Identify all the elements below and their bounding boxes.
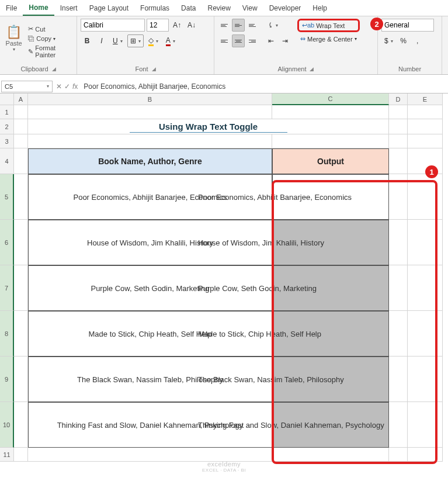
cell-D2[interactable] xyxy=(389,119,408,134)
cell-E7[interactable] xyxy=(408,265,443,311)
accounting-format-button[interactable]: $▾ xyxy=(381,34,396,47)
cell-C11[interactable] xyxy=(272,448,389,462)
formula-bar-input[interactable] xyxy=(81,81,448,92)
cell-A5[interactable] xyxy=(14,174,28,220)
row-header-3[interactable]: 3 xyxy=(0,134,14,148)
font-color-button[interactable]: A▾ xyxy=(163,34,178,47)
underline-button[interactable]: U▾ xyxy=(110,34,126,47)
cell-B6[interactable]: House of Wisdom, Jim Khalili, History xyxy=(28,220,272,265)
cell-A1[interactable] xyxy=(14,105,28,119)
increase-font-button[interactable]: A↑ xyxy=(171,19,183,32)
tab-page-layout[interactable]: Page Layout xyxy=(84,1,134,15)
name-box[interactable]: C5 ▾ xyxy=(1,81,53,92)
cell-E9[interactable] xyxy=(408,357,443,402)
row-header-11[interactable]: 11 xyxy=(0,448,14,462)
percent-button[interactable]: % xyxy=(397,34,410,47)
font-name-select[interactable] xyxy=(81,19,145,32)
cancel-formula-button[interactable]: ✕ xyxy=(56,82,62,91)
row-header-9[interactable]: 9 xyxy=(0,357,14,402)
cell-D5[interactable] xyxy=(389,174,408,220)
cell-E2[interactable] xyxy=(408,119,443,134)
cell-A3[interactable] xyxy=(14,134,28,148)
cell-C5[interactable]: Poor Economics, Abhijit Banarjee, Econom… xyxy=(272,174,389,220)
cell-B8[interactable]: Made to Stick, Chip Heath, Self Help xyxy=(28,311,272,357)
tab-data[interactable]: Data xyxy=(175,1,202,15)
comma-button[interactable]: , xyxy=(411,34,424,47)
cell-A4[interactable] xyxy=(14,148,28,174)
tab-insert[interactable]: Insert xyxy=(54,1,84,15)
cell-A11[interactable] xyxy=(14,448,28,462)
cell-B3[interactable] xyxy=(28,134,272,148)
row-header-5[interactable]: 5 xyxy=(0,174,14,220)
col-header-A[interactable]: A xyxy=(14,94,28,105)
font-launcher[interactable]: ◢ xyxy=(152,66,156,72)
number-format-select[interactable] xyxy=(381,19,434,32)
cell-E3[interactable] xyxy=(408,134,443,148)
cell-D7[interactable] xyxy=(389,265,408,311)
select-all-corner[interactable] xyxy=(0,94,14,105)
align-middle-button[interactable] xyxy=(232,19,245,32)
orientation-button[interactable]: ⤹▾ xyxy=(265,19,281,32)
align-right-button[interactable] xyxy=(246,34,259,47)
cell-B11[interactable] xyxy=(28,448,272,462)
cell-C6[interactable]: House of Wisdom, Jim Khalili, History xyxy=(272,220,389,265)
fill-color-button[interactable]: ◇▾ xyxy=(145,34,161,47)
cell-E6[interactable] xyxy=(408,220,443,265)
col-header-E[interactable]: E xyxy=(408,94,443,105)
paste-button[interactable]: 📋 Paste ▾ xyxy=(4,19,24,57)
cell-C1[interactable] xyxy=(272,105,389,119)
cell-B9[interactable]: The Black Swan, Nassim Taleb, Philosophy xyxy=(28,357,272,402)
cell-C10[interactable]: Thinking Fast and Slow, Daniel Kahneman,… xyxy=(272,402,389,448)
cell-C7[interactable]: Purple Cow, Seth Godin, Marketing xyxy=(272,265,389,311)
cell-A10[interactable] xyxy=(14,402,28,448)
enter-formula-button[interactable]: ✓ xyxy=(64,82,70,91)
italic-button[interactable]: I xyxy=(95,34,108,47)
decrease-indent-button[interactable]: ⇤ xyxy=(265,34,277,47)
row-header-10[interactable]: 10 xyxy=(0,402,14,448)
row-header-6[interactable]: 6 xyxy=(0,220,14,265)
tab-help[interactable]: Help xyxy=(307,1,333,15)
format-painter-button[interactable]: ✎ Format Painter xyxy=(26,44,73,59)
worksheet-grid[interactable]: A B C D E 1 2 Using Wrap Text Toggle 3 4… xyxy=(0,94,448,462)
clipboard-launcher[interactable]: ◢ xyxy=(52,66,56,72)
align-left-button[interactable] xyxy=(218,34,231,47)
cell-A8[interactable] xyxy=(14,311,28,357)
cell-A2[interactable] xyxy=(14,119,28,134)
cell-C3[interactable] xyxy=(272,134,389,148)
tab-developer[interactable]: Developer xyxy=(263,1,307,15)
row-header-7[interactable]: 7 xyxy=(0,265,14,311)
alignment-launcher[interactable]: ◢ xyxy=(310,66,314,72)
cell-E1[interactable] xyxy=(408,105,443,119)
cell-B10[interactable]: Thinking Fast and Slow, Daniel Kahneman,… xyxy=(28,402,272,448)
insert-function-button[interactable]: fx xyxy=(72,82,78,91)
align-center-button[interactable] xyxy=(232,34,245,47)
cell-D11[interactable] xyxy=(389,448,408,462)
cell-E5[interactable] xyxy=(408,174,443,220)
font-size-select[interactable] xyxy=(147,19,169,32)
cell-B7[interactable]: Purple Cow, Seth Godin, Marketing xyxy=(28,265,272,311)
cell-B1[interactable] xyxy=(28,105,272,119)
header-output[interactable]: Output xyxy=(272,148,389,174)
cell-A9[interactable] xyxy=(14,357,28,402)
cell-D4[interactable] xyxy=(389,148,408,174)
row-header-1[interactable]: 1 xyxy=(0,105,14,119)
cell-A6[interactable] xyxy=(14,220,28,265)
cell-C8[interactable]: Made to Stick, Chip Heath, Self Help xyxy=(272,311,389,357)
align-top-button[interactable] xyxy=(218,19,231,32)
tab-file[interactable]: File xyxy=(0,1,23,15)
row-header-4[interactable]: 4 xyxy=(0,148,14,174)
cell-E8[interactable] xyxy=(408,311,443,357)
cell-D10[interactable] xyxy=(389,402,408,448)
col-header-D[interactable]: D xyxy=(389,94,408,105)
row-header-8[interactable]: 8 xyxy=(0,311,14,357)
align-bottom-button[interactable] xyxy=(246,19,259,32)
cell-D8[interactable] xyxy=(389,311,408,357)
wrap-text-button[interactable]: ↩ab Wrap Text xyxy=(297,19,360,32)
bold-button[interactable]: B xyxy=(81,34,93,47)
col-header-C[interactable]: C xyxy=(272,94,389,105)
cell-B2-title[interactable]: Using Wrap Text Toggle xyxy=(28,119,389,134)
merge-center-button[interactable]: ⇔ Merge & Center ▾ xyxy=(297,34,360,44)
cell-D9[interactable] xyxy=(389,357,408,402)
cut-button[interactable]: ✂ Cut xyxy=(26,25,73,33)
cell-D1[interactable] xyxy=(389,105,408,119)
